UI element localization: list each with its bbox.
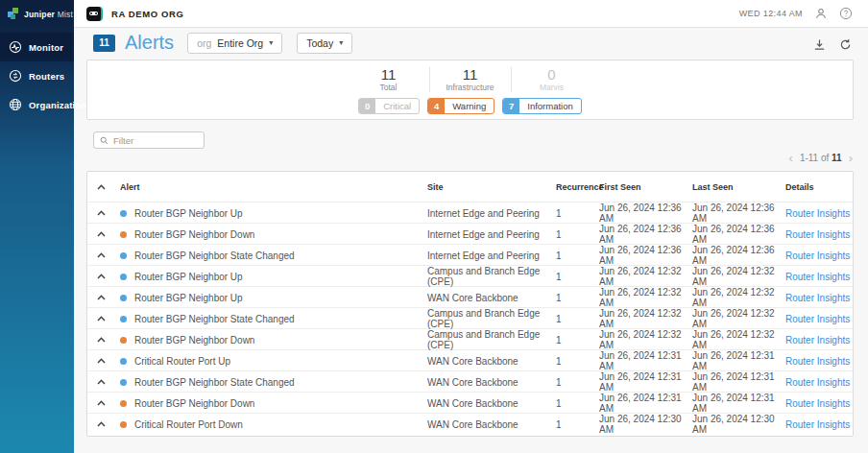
juniper-mist-logo[interactable]: Juniper Mist [0, 0, 74, 29]
table-row[interactable]: Router BGP Neighbor State Changed Campus… [87, 307, 853, 328]
first-seen-cell: Jun 26, 2024 12:36 AM [599, 203, 692, 224]
chevron-up-icon [97, 274, 106, 279]
table-row[interactable]: Router BGP Neighbor Down Internet Edge a… [87, 223, 853, 244]
table-row[interactable]: Router BGP Neighbor State Changed Intern… [87, 244, 853, 265]
chevron-up-icon [97, 421, 106, 427]
stat-infrastructure[interactable]: 11 Infrastructure [430, 67, 511, 92]
sidebar-item-organization[interactable]: Organization [0, 90, 74, 119]
refresh-icon[interactable] [839, 38, 852, 51]
last-seen-cell: Jun 26, 2024 12:32 AM [692, 308, 785, 329]
router-insights-link[interactable]: Router Insights [785, 398, 853, 409]
router-insights-link[interactable]: Router Insights [785, 314, 853, 324]
site-cell: WAN Core Backbone [427, 377, 556, 388]
column-header-alert[interactable]: Alert [120, 182, 427, 192]
alert-name: Critical Router Port Down [134, 419, 243, 430]
warning-filter-toggle[interactable]: 4 Warning [427, 98, 494, 114]
scope-dropdown[interactable]: org Entire Org ▾ [187, 33, 282, 54]
table-row[interactable]: Router BGP Neighbor Up Internet Edge and… [87, 202, 853, 223]
table-row[interactable]: Critical Router Port Down WAN Core Backb… [87, 413, 853, 434]
site-cell: Campus and Branch Edge (CPE) [427, 329, 556, 350]
help-icon[interactable] [839, 7, 853, 20]
sidebar-item-label: Routers [29, 71, 64, 82]
information-filter-toggle[interactable]: 7 Information [502, 98, 582, 114]
chevron-down-icon: ▾ [339, 38, 343, 47]
alerts-count-badge: 11 [93, 35, 115, 52]
table-row[interactable]: Router BGP Neighbor Down WAN Core Backbo… [87, 392, 853, 413]
org-selector[interactable]: RA DEMO ORG [74, 7, 183, 21]
first-seen-cell: Jun 26, 2024 12:32 AM [599, 329, 692, 350]
sidebar-item-label: Monitor [29, 42, 63, 53]
collapse-all-caret[interactable] [97, 184, 108, 190]
sidebar-item-monitor[interactable]: Monitor [0, 33, 74, 61]
router-insights-link[interactable]: Router Insights [785, 335, 853, 346]
org-name: RA DEMO ORG [111, 9, 183, 19]
row-expand-caret[interactable] [97, 295, 108, 300]
severity-dot [120, 252, 127, 259]
row-expand-caret[interactable] [97, 316, 108, 322]
stat-marvis[interactable]: 0 Marvis [512, 67, 592, 92]
table-row[interactable]: Router BGP Neighbor State Changed WAN Co… [87, 370, 853, 392]
alert-name: Router BGP Neighbor State Changed [134, 377, 295, 388]
table-row[interactable]: Router BGP Neighbor Up WAN Core Backbone… [87, 286, 853, 307]
clock: WED 12:44 AM [739, 9, 803, 18]
page-title: Alerts [125, 32, 174, 54]
table-row[interactable]: Critical Router Port Up WAN Core Backbon… [87, 349, 853, 370]
last-seen-cell: Jun 26, 2024 12:36 AM [692, 245, 785, 266]
filter-input[interactable] [113, 135, 198, 146]
chevron-down-icon: ▾ [269, 38, 273, 47]
severity-filters: 0 Critical 4 Warning 7 Information [358, 98, 582, 114]
row-expand-caret[interactable] [97, 400, 108, 406]
router-insights-link[interactable]: Router Insights [785, 208, 853, 219]
alert-name: Router BGP Neighbor Down [134, 229, 254, 240]
row-expand-caret[interactable] [97, 252, 108, 258]
column-header-details[interactable]: Details [785, 182, 853, 192]
column-header-first-seen[interactable]: First Seen [599, 182, 692, 192]
time-range-value: Today [306, 37, 333, 49]
row-expand-caret[interactable] [97, 421, 108, 427]
chevron-up-icon [97, 184, 106, 190]
page-header: 11 Alerts org Entire Org ▾ Today ▾ [93, 32, 352, 54]
row-expand-caret[interactable] [97, 358, 108, 364]
recurrence-cell: 1 [556, 250, 599, 261]
stat-total[interactable]: 11 Total [349, 67, 429, 92]
next-page-icon[interactable]: › [849, 154, 853, 163]
severity-dot [120, 295, 127, 301]
sidebar-item-routers[interactable]: Routers [0, 61, 74, 90]
critical-filter-toggle[interactable]: 0 Critical [358, 98, 420, 114]
table-row[interactable]: Router BGP Neighbor Down Campus and Bran… [87, 328, 853, 349]
user-icon[interactable] [814, 7, 828, 20]
chevron-up-icon [97, 210, 106, 216]
recurrence-cell: 1 [556, 208, 599, 219]
router-insights-link[interactable]: Router Insights [785, 229, 853, 240]
download-icon[interactable] [813, 38, 826, 51]
row-expand-caret[interactable] [97, 337, 108, 343]
row-expand-caret[interactable] [97, 210, 108, 216]
router-insights-link[interactable]: Router Insights [785, 356, 853, 367]
prev-page-icon[interactable]: ‹ [789, 154, 793, 163]
time-range-dropdown[interactable]: Today ▾ [297, 33, 352, 54]
router-insights-link[interactable]: Router Insights [785, 293, 853, 303]
column-header-recurrence[interactable]: Recurrence [556, 182, 599, 192]
sidebar: Juniper Mist Monitor Routers Organizatio… [0, 0, 74, 453]
row-expand-caret[interactable] [97, 231, 108, 237]
router-insights-link[interactable]: Router Insights [785, 272, 853, 282]
column-header-last-seen[interactable]: Last Seen [692, 182, 785, 192]
recurrence-cell: 1 [556, 419, 599, 430]
recurrence-cell: 1 [556, 314, 599, 324]
router-insights-link[interactable]: Router Insights [785, 419, 853, 430]
last-seen-cell: Jun 26, 2024 12:32 AM [692, 329, 785, 350]
chevron-up-icon [97, 337, 106, 343]
router-insights-link[interactable]: Router Insights [785, 250, 853, 261]
last-seen-cell: Jun 26, 2024 12:31 AM [692, 393, 785, 414]
alerts-table: Alert Site Recurrence First Seen Last Se… [86, 171, 854, 437]
alert-name: Router BGP Neighbor Down [134, 398, 254, 409]
row-expand-caret[interactable] [97, 379, 108, 385]
last-seen-cell: Jun 26, 2024 12:31 AM [692, 371, 785, 393]
first-seen-cell: Jun 26, 2024 12:32 AM [599, 266, 692, 287]
column-header-site[interactable]: Site [427, 182, 556, 192]
recurrence-cell: 1 [556, 293, 599, 303]
row-expand-caret[interactable] [97, 274, 108, 279]
alert-name: Router BGP Neighbor State Changed [134, 314, 295, 324]
table-row[interactable]: Router BGP Neighbor Up Campus and Branch… [87, 265, 853, 286]
router-insights-link[interactable]: Router Insights [785, 377, 853, 388]
